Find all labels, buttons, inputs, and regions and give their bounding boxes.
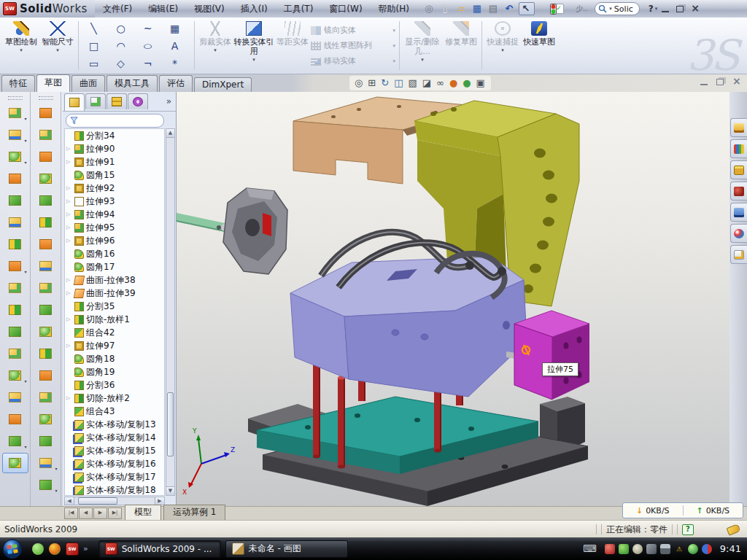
feature-tree-item[interactable]: 拉伸91	[65, 155, 164, 168]
feature-tree-item[interactable]: 拉伸97	[65, 339, 164, 352]
save-icon[interactable]: ▦	[471, 3, 485, 15]
chamfer-tool-icon[interactable]: ▾	[2, 168, 28, 189]
feature-tree-item[interactable]: 圆角19	[65, 365, 164, 378]
surface-fillet-tool-icon[interactable]: ▾	[33, 409, 59, 429]
doc-restore-button[interactable]	[715, 77, 725, 86]
feature-tree-item[interactable]: 拉伸94	[65, 208, 164, 221]
model-slider-block[interactable]	[514, 311, 589, 400]
expand-arrow-icon[interactable]	[66, 185, 72, 191]
feature-tree-item[interactable]: 拉伸92	[65, 182, 164, 195]
view-settings-icon[interactable]: ▣	[474, 78, 488, 88]
print-icon[interactable]: ▤	[487, 3, 501, 15]
feature-tree-item[interactable]: 圆角17	[65, 260, 164, 273]
feature-tree-item[interactable]: 切除-放样1	[65, 313, 164, 326]
command-tab[interactable]: 曲面	[71, 75, 105, 92]
feature-tree-item[interactable]: 拉伸93	[65, 195, 164, 208]
feature-tree-item[interactable]: 拉伸95	[65, 221, 164, 234]
tree-filter-box[interactable]	[66, 114, 164, 128]
expand-arrow-icon[interactable]	[66, 159, 72, 165]
smart-dimension-caret[interactable]: ▾	[56, 47, 59, 53]
quick-tips-icon[interactable]: ?	[682, 524, 694, 535]
help-caret[interactable]: ▾	[655, 6, 658, 12]
command-tab[interactable]: 草图	[36, 74, 70, 92]
polygon-icon[interactable]: ◇	[108, 55, 135, 72]
swept-boss-tool-icon[interactable]: ▾	[33, 103, 59, 123]
dome-tool-icon[interactable]: ▾	[33, 431, 59, 451]
combine-tool-icon[interactable]: ▾	[2, 322, 28, 342]
search-input[interactable]: Solic	[614, 4, 633, 14]
apply-scene-icon[interactable]: ●	[460, 78, 473, 88]
boss-extrude-tool-icon[interactable]: ▾	[2, 103, 28, 123]
view-orientation-icon[interactable]: ▧	[406, 78, 419, 88]
feature-tree-item[interactable]: 拉伸90	[65, 142, 164, 155]
horizontal-scroll-thumb[interactable]	[78, 497, 117, 505]
sketch-fillet-icon[interactable]: ¬	[135, 55, 162, 72]
feature-tree-item[interactable]: 实体-移动/复制16	[65, 457, 164, 470]
design-library-tab-icon[interactable]	[730, 139, 747, 158]
rebuild-traffic-light-icon[interactable]	[536, 8, 551, 9]
fillet-tool-icon[interactable]: ▾	[2, 147, 28, 167]
hole-wizard-tool-icon[interactable]: ▾	[2, 234, 28, 254]
revolved-boss-tool-icon[interactable]: ▾	[33, 125, 59, 145]
zoom-fit-icon[interactable]: ◎	[352, 78, 365, 88]
expand-arrow-icon[interactable]	[66, 211, 72, 217]
parting-surface-tool-icon[interactable]: ▾	[33, 322, 59, 342]
section-view-icon[interactable]: ◫	[392, 78, 406, 88]
shell-tool-icon[interactable]: ▾	[2, 190, 28, 211]
solidworks-content-tab-icon[interactable]	[730, 182, 747, 201]
mold-tooling-split-tool-icon[interactable]: ▾	[33, 453, 59, 473]
menu-item[interactable]: 文件(F)	[95, 1, 140, 18]
feature-tree-item[interactable]: 拉伸96	[65, 234, 164, 247]
feature-tree-item[interactable]: 组合42	[65, 326, 164, 339]
reference-axis-tool-icon[interactable]: ▾	[2, 409, 28, 429]
arc-icon[interactable]: ◠	[108, 37, 135, 55]
file-explorer-tab-icon[interactable]	[730, 160, 747, 179]
last-tab-button[interactable]	[108, 508, 122, 519]
messenger-quick-icon[interactable]	[32, 543, 44, 555]
previous-tab-button[interactable]	[79, 508, 93, 519]
trim-entities-button[interactable]: 剪裁实体 ▾	[197, 18, 233, 74]
doc-minimize-button[interactable]	[699, 77, 709, 86]
knit-surface-tool-icon[interactable]: ▾	[33, 300, 59, 320]
point-icon[interactable]: *	[162, 55, 189, 72]
minimize-button[interactable]	[660, 4, 670, 13]
lofted-boss-tool-icon[interactable]: ▾	[33, 168, 59, 189]
trim-caret[interactable]: ▾	[214, 47, 217, 53]
feature-tree-item[interactable]: 分割35	[65, 300, 164, 313]
sync-status-icon[interactable]	[702, 544, 712, 554]
expand-arrow-icon[interactable]	[66, 277, 72, 283]
radiate-surface-tool-icon[interactable]: ▾	[33, 365, 59, 386]
task-button[interactable]: 未命名 - 画图	[225, 540, 348, 558]
help-button[interactable]: ?	[649, 4, 654, 14]
first-tab-button[interactable]	[64, 508, 78, 519]
display-delete-caret[interactable]: ▾	[421, 57, 424, 63]
close-button[interactable]	[689, 4, 700, 13]
smart-dimension-button[interactable]: 智能尺寸 ▾	[39, 18, 76, 74]
curve-tool-icon[interactable]: ▾	[2, 431, 28, 451]
network-status-icon[interactable]	[660, 544, 670, 554]
repair-sketch-button[interactable]: 修复草图	[443, 18, 479, 74]
expand-arrow-icon[interactable]	[66, 343, 72, 349]
quick-launch-chevron[interactable]: »	[83, 544, 88, 553]
undo-icon[interactable]: ↶	[503, 3, 517, 15]
convert-caret[interactable]: ▾	[252, 57, 255, 63]
scroll-left-arrow[interactable]	[65, 497, 74, 505]
expand-arrow-icon[interactable]	[66, 316, 72, 322]
next-tab-button[interactable]	[93, 508, 107, 519]
update-badge-icon[interactable]	[632, 544, 643, 554]
volume-icon[interactable]	[646, 544, 657, 554]
insert-part-tool-icon[interactable]: ▾	[2, 365, 28, 386]
parting-line-tool-icon[interactable]: ▾	[33, 256, 59, 276]
feature-tree-item[interactable]: 实体-移动/复制13	[65, 418, 164, 431]
circle-icon[interactable]: ○	[108, 20, 135, 37]
feature-tree-item[interactable]: 圆角16	[65, 247, 164, 260]
toolbar-overflow-label[interactable]: 少..	[576, 4, 587, 14]
task-button[interactable]: SW SolidWorks 2009 - ...	[98, 540, 221, 558]
menu-item[interactable]: 插入(I)	[233, 1, 276, 18]
feature-tree-item[interactable]: 实体-移动/复制17	[65, 470, 164, 483]
media-player-quick-icon[interactable]	[49, 543, 61, 555]
feature-tree-item[interactable]: 圆角18	[65, 352, 164, 365]
line-icon[interactable]: ╲	[81, 20, 108, 37]
ellipse-icon[interactable]: ○	[135, 37, 162, 55]
mirror-entities-icon[interactable]: 镜向实体 ▾	[311, 24, 397, 37]
